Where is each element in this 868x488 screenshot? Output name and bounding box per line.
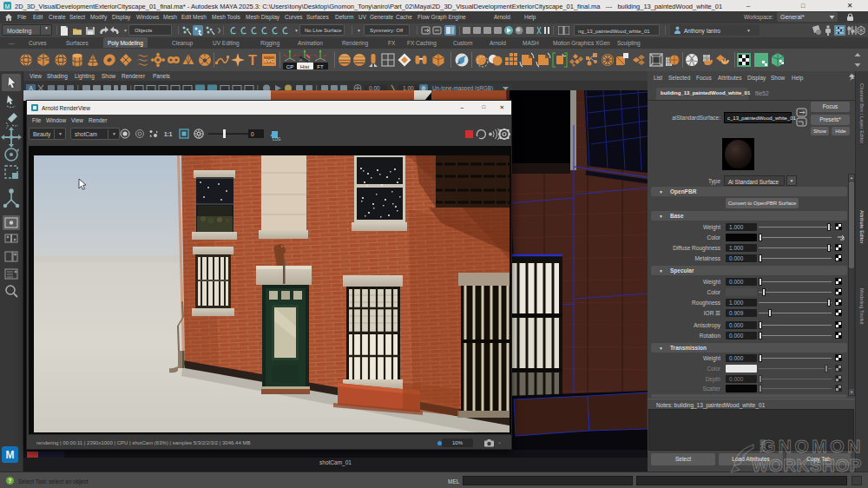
svg-text:Hist: Hist	[300, 64, 310, 69]
svg-text:LOG: LOG	[273, 137, 281, 141]
svg-text:FT: FT	[317, 64, 324, 69]
svg-text:1:1: 1:1	[164, 131, 173, 137]
svg-text:M: M	[5, 3, 10, 10]
svg-text:M: M	[6, 449, 15, 461]
svg-text:CP: CP	[286, 64, 293, 69]
svg-text:0: 0	[251, 131, 254, 137]
